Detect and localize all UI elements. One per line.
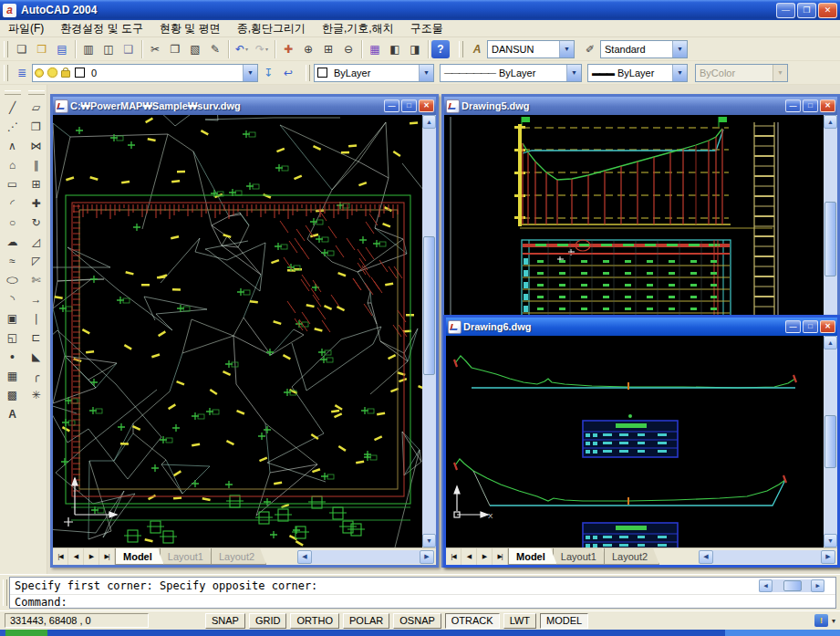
drawing6-tab-layout2[interactable]: Layout2 [604,548,659,565]
scroll-up-arrow[interactable]: ▲ [824,336,837,349]
menu-settings-tools[interactable]: 환경설정 및 도구 [52,20,151,37]
menu-hangul-symbol-hatch[interactable]: 한글,기호,해치 [314,20,402,37]
surv-tab-layout2[interactable]: Layout2 [211,548,266,565]
scroll-track[interactable] [773,579,811,592]
polar-toggle[interactable]: POLAR [343,613,389,629]
model-toggle[interactable]: MODEL [540,613,588,629]
linetype-dropdown-arrow[interactable]: ▼ [566,65,581,81]
tab-first-button[interactable]: |◀ [53,548,68,565]
line-button[interactable]: ╱ [3,98,23,117]
layers-manager-button[interactable]: ≣ [12,63,32,83]
scroll-track[interactable] [312,550,420,564]
save-button[interactable]: ▤ [52,39,72,59]
restore-button[interactable]: ❐ [797,3,816,18]
drawing6-tab-model[interactable]: Model [508,548,557,565]
hatch-button[interactable]: ▦ [3,366,23,385]
color-dropdown-arrow[interactable]: ▼ [419,65,433,81]
tab-next-button[interactable]: ▶ [84,548,99,565]
text-style-manager-button[interactable]: A [467,39,487,59]
toolbar-grip[interactable] [459,41,463,57]
tab-first-button[interactable]: |◀ [446,548,461,565]
toolbar-grip[interactable] [5,90,21,95]
lwt-toggle[interactable]: LWT [503,613,536,629]
scroll-thumb[interactable] [824,202,836,276]
trim-button[interactable]: ✄ [26,270,47,289]
polyline-button[interactable]: ∧ [3,136,23,155]
break-at-point-button[interactable]: ∣ [26,308,47,328]
drawing6-maximize-button[interactable]: □ [803,320,818,333]
scroll-track[interactable] [422,129,436,534]
surv-tab-model[interactable]: Model [115,548,164,565]
layer-freeze-thaw-icon[interactable] [47,68,57,78]
zoom-window-button[interactable]: ⊞ [318,39,338,59]
ellipse-arc-button[interactable]: ◝ [3,289,23,308]
tab-last-button[interactable]: ▶| [99,548,115,565]
scroll-up-arrow[interactable]: ▲ [422,115,436,129]
menu-profile-drawing[interactable]: 종,횡단그리기 [229,20,314,37]
drawing6-canvas[interactable]: X [446,336,824,547]
scroll-right-arrow[interactable]: ▶ [420,550,434,564]
array-button[interactable]: ⊞ [26,174,47,193]
scroll-down-arrow[interactable]: ▼ [824,534,837,547]
insert-block-button[interactable]: ▣ [3,308,23,328]
stretch-button[interactable]: ◸ [26,251,47,270]
move-button[interactable]: ✚ [26,193,47,213]
match-properties-button[interactable]: ✎ [205,39,225,59]
spline-button[interactable]: ≈ [3,251,23,270]
otrack-toggle[interactable]: OTRACK [445,613,500,629]
layer-dropdown-arrow[interactable]: ▼ [243,65,257,81]
drawing6-minimize-button[interactable]: — [785,320,801,333]
scroll-thumb[interactable] [824,415,836,468]
ellipse-button[interactable]: ◯ [3,270,23,289]
text-style-dropdown-arrow[interactable]: ▼ [559,41,574,57]
mirror-button[interactable]: ⋈ [26,136,47,155]
scroll-right-arrow[interactable]: ▶ [821,550,835,564]
minimize-button[interactable]: — [776,3,795,18]
scroll-left-arrow[interactable]: ◀ [297,550,312,564]
command-window-grip[interactable] [3,579,7,606]
extend-button[interactable]: → [26,289,47,308]
scroll-up-arrow[interactable]: ▲ [824,115,837,129]
drawing6-close-button[interactable]: ✕ [820,320,835,333]
revcloud-button[interactable]: ☁ [3,232,23,251]
command-text-area[interactable]: Specify first corner: Specify opposite c… [9,577,836,609]
arc-button[interactable]: ◜ [3,193,23,213]
construction-line-button[interactable]: ⋰ [3,117,23,136]
zoom-previous-button[interactable]: ⊖ [338,39,358,59]
app-title-bar[interactable]: a AutoCAD 2004 — ❐ ✕ [0,0,840,20]
lineweight-control-combo[interactable]: ▬▬▬ ByLayer ▼ [587,64,688,82]
point-button[interactable]: • [3,347,23,366]
scroll-track[interactable] [824,349,837,534]
toolbar-grip[interactable] [4,65,8,81]
surv-vertical-scrollbar[interactable]: ▲ ▼ [422,115,436,547]
surv-minimize-button[interactable]: — [384,99,399,112]
scale-button[interactable]: ◿ [26,232,47,251]
plot-button[interactable]: ▥ [78,39,99,59]
scroll-down-arrow[interactable]: ▼ [422,534,436,547]
rectangle-button[interactable]: ▭ [3,174,23,193]
dim-style-combo[interactable]: Standard ▼ [600,40,688,58]
toolbar-grip[interactable] [28,90,45,95]
copy-clip-button[interactable]: ❐ [165,39,185,59]
layer-lock-icon[interactable] [61,70,70,78]
lineweight-dropdown-arrow[interactable]: ▼ [672,65,687,81]
snap-toggle[interactable]: SNAP [205,613,245,629]
scroll-thumb[interactable] [783,580,802,591]
surv-maximize-button[interactable]: □ [401,99,417,112]
layer-combo[interactable]: 0 ▼ [32,64,258,82]
surv-close-button[interactable]: ✕ [419,99,434,112]
surv-tab-layout1[interactable]: Layout1 [160,548,215,565]
drawing6-vertical-scrollbar[interactable]: ▲ ▼ [824,336,837,547]
zoom-realtime-button[interactable]: ⊕ [298,39,318,59]
properties-button[interactable]: ▦ [365,39,385,59]
mtext-button[interactable]: A [3,404,23,423]
scroll-track[interactable] [713,550,821,564]
dim-style-manager-button[interactable]: ✐ [580,39,600,59]
communication-center-icon[interactable]: ! [814,614,828,627]
tab-next-button[interactable]: ▶ [477,548,493,565]
coordinate-readout[interactable]: 331443, 68408 , 0 [5,613,149,628]
tool-palettes-button[interactable]: ◨ [405,39,425,59]
scroll-right-arrow[interactable]: ▶ [811,579,824,592]
polygon-button[interactable]: ⌂ [3,155,23,174]
make-object-layer-current-button[interactable]: ↧ [258,63,278,83]
